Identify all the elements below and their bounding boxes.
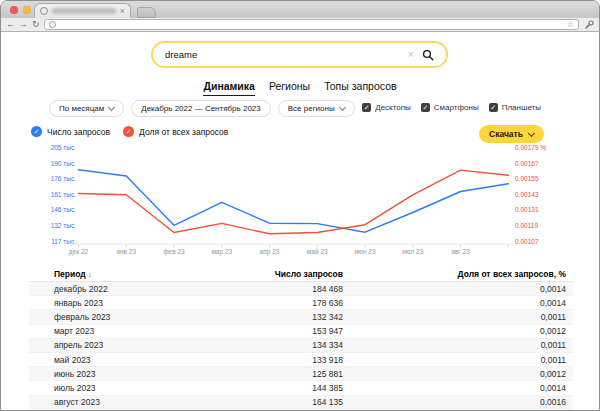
cell-queries: 178 636 — [189, 298, 343, 308]
table-row: август 2023164 1350,0016 — [29, 396, 573, 410]
legend-label: Число запросов — [47, 127, 110, 137]
cell-period: февраль 2023 — [29, 312, 189, 322]
legend-item[interactable]: ✓Число запросов — [31, 126, 110, 137]
filter-bar: По месяцам Декабрь 2022 — Сентябрь 2023 … — [49, 100, 355, 117]
cell-share: 0,0014 — [343, 383, 573, 393]
browser-tab[interactable]: × — [34, 3, 131, 18]
chevron-down-icon — [108, 104, 115, 111]
address-bar[interactable]: ☆ — [44, 19, 579, 30]
tab-favicon-icon — [40, 7, 48, 15]
x-axis-label: фев 23 — [163, 248, 185, 256]
site-favicon-icon — [49, 21, 56, 28]
x-axis-label: май 23 — [307, 248, 328, 255]
device-filter-label: Планшеты — [502, 103, 541, 112]
cell-period: июль 2023 — [29, 383, 189, 393]
reload-icon[interactable]: ↻ — [32, 20, 40, 29]
search-icon[interactable] — [422, 49, 434, 61]
axis-label-right: 0.00155 — [515, 175, 539, 182]
x-axis-label: июл 23 — [402, 248, 424, 255]
axis-label-right: 0.00119 — [515, 222, 538, 229]
cell-queries: 153 947 — [189, 326, 343, 336]
legend-item[interactable]: ✓Доля от всех запросов — [123, 126, 228, 137]
legend-label: Доля от всех запросов — [139, 127, 228, 137]
table-row: апрель 2023134 3340,0011 — [29, 339, 573, 353]
cell-period: декабрь 2022 — [29, 284, 189, 294]
chevron-down-icon — [339, 104, 346, 111]
cell-share: 0,0012 — [343, 326, 573, 336]
x-axis-label: авг 23 — [451, 248, 470, 255]
section-tabs: Динамика Регионы Топы запросов — [1, 80, 599, 96]
cell-share: 0,0014 — [343, 298, 573, 308]
x-axis-label: дек 22 — [69, 248, 89, 256]
cell-period: июнь 2023 — [29, 369, 189, 379]
axis-label-left: 176 тыс. — [51, 175, 77, 182]
tab-title-redacted — [52, 8, 116, 14]
axis-label-right: 0.00143 — [515, 191, 539, 198]
cell-period: апрель 2023 — [29, 340, 189, 350]
cell-queries: 144 385 — [189, 383, 343, 393]
x-axis-label: июн 23 — [354, 248, 376, 255]
checkbox-checked-icon[interactable]: ✓ — [421, 103, 430, 112]
grouping-dropdown[interactable]: По месяцам — [49, 100, 124, 117]
column-header-period[interactable]: Период↓ — [29, 269, 189, 279]
cell-queries: 132 342 — [189, 312, 343, 322]
table-row: май 2023133 9180,0011 — [29, 353, 573, 367]
tab-close-icon[interactable]: × — [120, 7, 125, 16]
cell-share: 0,0011 — [343, 355, 573, 365]
cell-queries: 125 881 — [189, 369, 343, 379]
column-header-queries[interactable]: Число запросов — [189, 269, 343, 279]
checkbox-checked-icon[interactable]: ✓ — [489, 103, 498, 112]
column-header-share[interactable]: Доля от всех запросов, % — [343, 269, 573, 279]
device-filter-label: Десктопы — [375, 103, 411, 112]
cell-queries: 133 918 — [189, 355, 343, 365]
device-filter-Десктопы[interactable]: ✓Десктопы — [362, 103, 411, 112]
device-filter-group: ✓Десктопы✓Смартфоны✓Планшеты — [362, 103, 541, 112]
line-series-1 — [79, 170, 509, 234]
axis-label-left: 190 тыс. — [51, 160, 77, 167]
back-icon[interactable]: ← — [6, 20, 15, 29]
new-tab-button[interactable] — [137, 7, 156, 18]
cell-period: май 2023 — [29, 355, 189, 365]
cell-period: январь 2023 — [29, 298, 189, 308]
date-range-label: Декабрь 2022 — Сентябрь 2023 — [141, 104, 261, 113]
tab-dynamics[interactable]: Динамика — [203, 80, 254, 96]
search-box: × — [151, 41, 448, 68]
axis-label-right: 0.00107 — [515, 238, 539, 245]
legend-check-icon: ✓ — [31, 126, 42, 137]
search-input[interactable] — [165, 49, 408, 60]
browser-tab-strip: × — [1, 1, 599, 18]
cell-period: август 2023 — [29, 397, 189, 407]
axis-label-left: 205 тыс. — [51, 144, 77, 151]
cell-queries: 164 135 — [189, 397, 343, 407]
axis-label-right: 0.00167 — [515, 160, 539, 167]
table-row: июнь 2023125 8810,0012 — [29, 367, 573, 381]
device-filter-Планшеты[interactable]: ✓Планшеты — [489, 103, 541, 112]
region-dropdown[interactable]: Все регионы — [278, 100, 355, 117]
axis-label-right: 0.00179 % — [515, 144, 546, 151]
browser-menu-wrench-icon[interactable] — [585, 20, 594, 29]
x-axis-label: апр 23 — [260, 248, 280, 256]
forward-icon[interactable]: → — [19, 20, 28, 29]
queries-table: Период↓Число запросовДоля от всех запрос… — [29, 267, 573, 411]
tab-top-queries[interactable]: Топы запросов — [324, 80, 396, 96]
minimize-window-icon[interactable] — [23, 6, 31, 14]
device-filter-label: Смартфоны — [434, 103, 479, 112]
bookmark-star-icon[interactable]: ☆ — [567, 21, 574, 29]
chart-legend: ✓Число запросов✓Доля от всех запросов — [31, 126, 228, 137]
table-row: февраль 2023132 3420,0011 — [29, 310, 573, 324]
cell-queries: 134 334 — [189, 340, 343, 350]
axis-label-left: 161 тыс. — [51, 191, 77, 198]
date-range-picker[interactable]: Декабрь 2022 — Сентябрь 2023 — [131, 100, 271, 117]
close-window-icon[interactable] — [10, 6, 18, 14]
chart-svg: 205 тыс.190 тыс.176 тыс.161 тыс.146 тыс.… — [1, 141, 600, 267]
clear-search-icon[interactable]: × — [408, 49, 414, 60]
cell-share: 0,0012 — [343, 369, 573, 379]
axis-label-left: 132 тыс. — [51, 222, 77, 229]
checkbox-checked-icon[interactable]: ✓ — [362, 103, 371, 112]
table-row: июль 2023144 3850,0014 — [29, 381, 573, 395]
cell-share: 0,0016 — [343, 397, 573, 407]
device-filter-Смартфоны[interactable]: ✓Смартфоны — [421, 103, 479, 112]
sort-descending-icon[interactable]: ↓ — [88, 270, 92, 279]
axis-label-left: 146 тыс. — [51, 206, 77, 213]
tab-regions[interactable]: Регионы — [269, 80, 310, 96]
